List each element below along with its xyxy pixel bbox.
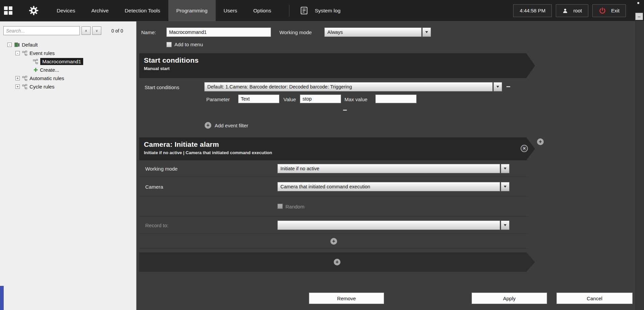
add-to-menu-label: Add to menu	[174, 42, 203, 47]
search-input[interactable]	[3, 26, 80, 35]
add-plus-icon	[34, 68, 38, 72]
camera-value: Camera that initiated command execution	[277, 182, 500, 191]
random-row: Random	[139, 196, 528, 216]
rules-tree: - Default -	[0, 41, 136, 91]
name-input[interactable]	[166, 27, 271, 37]
sidebar-scrollbar-thumb[interactable]	[0, 286, 4, 310]
tree-label: Automatic rules	[30, 75, 64, 81]
action-band: Camera: Initiate alarm Initiate if no ac…	[139, 137, 535, 160]
expander-icon[interactable]: +	[15, 84, 20, 89]
camera-label: Camera	[145, 184, 163, 189]
remove-button[interactable]: Remove	[309, 293, 384, 304]
system-log-icon	[300, 6, 309, 15]
tab-programming[interactable]: Programming	[168, 0, 216, 21]
topbar-right: 4:44:58 PM root Exit	[513, 4, 626, 17]
tab-options[interactable]: Options	[245, 0, 279, 21]
minimize-button[interactable]: –	[635, 13, 643, 20]
apply-button[interactable]: Apply	[472, 293, 547, 304]
search-counter: 0 of 0	[111, 28, 123, 34]
collapse-filter-icon[interactable]	[343, 107, 347, 114]
chevron-down-icon[interactable]	[501, 221, 509, 230]
cancel-button[interactable]: Cancel	[556, 293, 633, 304]
random-label: Random	[285, 203, 305, 209]
tree-label: Cycle rules	[30, 84, 54, 89]
tree-label: Event rules	[30, 50, 55, 56]
remove-action-icon[interactable]	[521, 145, 528, 152]
random-option: Random	[277, 203, 305, 209]
working-mode-label: Working mode	[279, 29, 312, 35]
search-prev-button[interactable]: ∧	[82, 26, 91, 35]
max-value-input[interactable]	[375, 95, 417, 103]
tree-item-event-rules[interactable]: - Event rules	[0, 49, 136, 57]
user-icon	[562, 8, 568, 14]
random-checkbox[interactable]	[277, 204, 283, 209]
right-scrollbar-track[interactable]	[635, 21, 644, 310]
add-action-icon[interactable]	[334, 259, 340, 265]
add-setting-icon[interactable]	[330, 238, 337, 245]
chevron-down-icon[interactable]	[501, 182, 509, 191]
user-name: root	[573, 8, 582, 13]
add-event-filter-button[interactable]: Add event filter	[205, 122, 248, 129]
remove-condition-icon[interactable]	[506, 83, 511, 90]
start-conditions-subtitle: Manual start	[144, 66, 530, 71]
record-to-row: Record to:	[139, 216, 528, 234]
start-conditions-band: Start conditions Manual start	[139, 53, 535, 78]
clock-display: 4:44:58 PM	[513, 4, 552, 17]
macro-editor: Name: Working mode Always Add to menu St…	[137, 21, 644, 310]
tab-users[interactable]: Users	[216, 0, 245, 21]
tree-label-selected: Macrocommand1	[40, 58, 83, 65]
chevron-down-icon[interactable]	[422, 27, 431, 37]
settings-gear-icon[interactable]	[28, 5, 39, 16]
rule-icon	[33, 59, 38, 64]
working-mode-dropdown[interactable]: Always	[324, 27, 431, 37]
name-label: Name:	[141, 29, 156, 35]
condition-dropdown[interactable]: Default: 1.Camera: Barcode detector: Dec…	[204, 82, 502, 91]
add-action-after-icon[interactable]	[537, 138, 544, 145]
record-to-label: Record to:	[145, 222, 168, 228]
plus-circle-icon[interactable]	[205, 122, 211, 129]
tab-devices[interactable]: Devices	[49, 0, 83, 21]
expander-icon[interactable]: -	[15, 51, 20, 55]
action-working-mode-dropdown[interactable]: Initiate if no active	[277, 164, 509, 173]
tree-item-default[interactable]: - Default	[0, 41, 136, 49]
camera-row: Camera Camera that initiated command exe…	[139, 177, 528, 196]
action-working-mode-label: Working mode	[145, 166, 177, 172]
action-title: Camera: Initiate alarm	[144, 140, 530, 148]
working-mode-row: Working mode Initiate if no active	[139, 160, 528, 177]
start-conditions-row-label: Start conditions	[145, 84, 179, 90]
topbar: Devices Archive Detection Tools Programm…	[0, 0, 644, 21]
record-to-dropdown[interactable]	[277, 221, 509, 230]
database-icon	[14, 42, 20, 48]
add-to-menu-row: Add to menu	[166, 42, 203, 47]
add-to-menu-checkbox[interactable]	[166, 42, 172, 47]
tree-item-automatic-rules[interactable]: + Automatic rules	[0, 74, 136, 82]
add-setting-row	[139, 234, 528, 249]
tree-item-create[interactable]: Create...	[0, 66, 136, 74]
tab-archive[interactable]: Archive	[83, 0, 117, 21]
camera-dropdown[interactable]: Camera that initiated command execution	[277, 182, 509, 191]
layout-grid-icon[interactable]	[4, 6, 13, 15]
rule-icon	[22, 76, 28, 81]
condition-value: Default: 1.Camera: Barcode detector: Dec…	[204, 82, 493, 91]
expander-icon[interactable]: +	[15, 76, 20, 80]
chevron-down-icon[interactable]	[493, 82, 502, 91]
action-subtitle: Initiate if no active | Camera that init…	[144, 150, 530, 155]
expander-icon[interactable]: -	[7, 43, 12, 47]
tree-label: Create...	[40, 67, 59, 73]
tree-item-cycle-rules[interactable]: + Cycle rules	[0, 82, 136, 91]
action-settings: Working mode Initiate if no active Camer…	[139, 160, 528, 249]
tab-detection-tools[interactable]: Detection Tools	[117, 0, 168, 21]
tree-item-macrocommand1[interactable]: Macrocommand1	[0, 57, 136, 66]
value-input[interactable]	[300, 95, 341, 103]
search-next-button[interactable]: ∨	[92, 26, 101, 35]
parameter-input[interactable]	[238, 95, 279, 103]
add-action-band	[139, 252, 535, 272]
chevron-down-icon[interactable]	[501, 164, 509, 173]
working-mode-value: Always	[324, 27, 422, 37]
parameter-label: Parameter	[206, 97, 230, 102]
search-row: ∧ ∨ 0 of 0	[0, 21, 136, 37]
rules-sidebar: ∧ ∨ 0 of 0 - Default	[0, 21, 137, 310]
system-log-button[interactable]: System log	[294, 0, 346, 21]
exit-button[interactable]: Exit	[592, 4, 626, 17]
user-button[interactable]: root	[556, 4, 588, 17]
